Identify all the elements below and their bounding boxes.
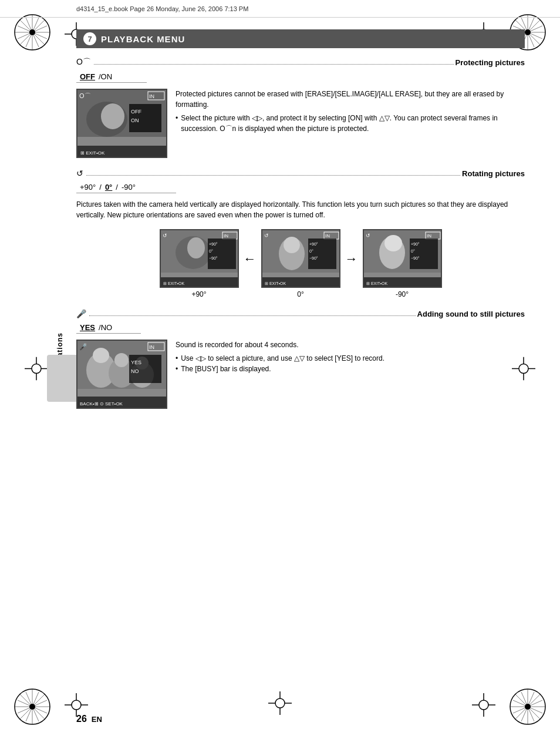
corner-decoration-bl — [12, 686, 53, 727]
rotation-item-minus90: IN ↺ +90° 0° −90° ⊞ EXIT•OK -90° — [363, 229, 442, 298]
sound-header: 🎤 Adding sound to still pictures — [76, 309, 525, 318]
arrow-right: → — [345, 251, 358, 267]
sound-content-row: IN 🎤 YES NO BACK•⊞ ⊙ SET•OK Sound is rec… — [76, 340, 525, 409]
svg-point-60 — [32, 364, 41, 374]
sound-icon: 🎤 — [76, 309, 86, 318]
rotate-icon: ↺ — [76, 169, 83, 178]
rotation-row: IN ↺ +90° 0° −90° ⊞ EXIT•OK +90° ← — [76, 229, 525, 298]
header-text: d4314_15_e.book Page 26 Monday, June 26,… — [76, 5, 248, 12]
sound-text: Sound is recorded for about 4 seconds. •… — [176, 340, 525, 374]
svg-point-129 — [93, 348, 109, 363]
svg-text:🎤: 🎤 — [79, 342, 87, 351]
rotating-section: ↺ Rotating pictures +90° / 0° / -90° Pic… — [76, 169, 525, 298]
svg-text:↺: ↺ — [366, 233, 370, 239]
sound-bullet3: • The [BUSY] bar is displayed. — [176, 364, 525, 374]
sound-options: YES /NO — [76, 322, 141, 334]
option-plus90: +90° — [76, 182, 99, 193]
sound-section: 🎤 Adding sound to still pictures YES /NO — [76, 309, 525, 409]
rotate-screen-0deg: IN ↺ +90° 0° −90° ⊞ EXIT•OK — [261, 229, 340, 288]
option-0deg: 0° — [102, 182, 116, 193]
main-content: 7 PLAYBACK MENU O⌒ Protecting pictures O… — [76, 18, 525, 704]
svg-text:0°: 0° — [309, 249, 313, 253]
svg-text:ON: ON — [131, 117, 139, 123]
protect-icon: O⌒ — [76, 57, 91, 68]
page-suffix: EN — [92, 715, 102, 724]
rotating-header: ↺ Rotating pictures — [76, 169, 525, 178]
svg-text:YES: YES — [131, 360, 141, 365]
arrow-left: ← — [244, 251, 257, 267]
svg-text:+90°: +90° — [309, 242, 318, 246]
left-tab-indicator — [47, 355, 76, 402]
svg-text:IN: IN — [427, 233, 431, 239]
rotation-item-0deg: IN ↺ +90° 0° −90° ⊞ EXIT•OK 0° — [261, 229, 340, 298]
svg-text:O⌒: O⌒ — [79, 92, 91, 99]
option-sep1: /ON — [99, 71, 112, 82]
svg-text:+90°: +90° — [411, 242, 420, 246]
page-number: 26 — [76, 714, 87, 724]
protecting-desc: Protected pictures cannot be erased with… — [176, 89, 525, 110]
svg-point-93 — [187, 237, 205, 258]
rotate-label-minus90: -90° — [396, 290, 409, 298]
option-minus90: -90° — [118, 182, 139, 193]
svg-point-9 — [29, 29, 35, 35]
svg-text:NO: NO — [131, 368, 139, 374]
svg-text:⊞ EXIT•OK: ⊞ EXIT•OK — [163, 281, 184, 285]
rotating-options: +90° / 0° / -90° — [76, 182, 176, 193]
svg-point-29 — [29, 704, 35, 710]
svg-text:−90°: −90° — [411, 256, 420, 260]
rotate-screen-minus90: IN ↺ +90° 0° −90° ⊞ EXIT•OK — [363, 229, 442, 288]
protecting-section: O⌒ Protecting pictures OFF /ON IN — [76, 57, 525, 158]
protecting-options: OFF /ON — [76, 71, 147, 83]
section-title-bar: 7 PLAYBACK MENU — [76, 29, 525, 48]
svg-point-78 — [101, 103, 124, 129]
svg-point-131 — [114, 353, 129, 367]
svg-text:OFF: OFF — [131, 109, 141, 115]
protecting-title: Protecting pictures — [456, 58, 525, 67]
rotate-label-plus90: +90° — [191, 290, 206, 298]
sound-screen: IN 🎤 YES NO BACK•⊞ ⊙ SET•OK — [76, 340, 167, 409]
rotate-label-0deg: 0° — [297, 290, 303, 298]
svg-point-106 — [284, 237, 300, 253]
svg-point-19 — [525, 29, 531, 35]
svg-point-119 — [384, 235, 402, 251]
rotate-screen-plus90: IN ↺ +90° 0° −90° ⊞ EXIT•OK — [160, 229, 239, 288]
section-title-text: PLAYBACK MENU — [101, 34, 185, 44]
protecting-header: O⌒ Protecting pictures — [76, 57, 525, 68]
svg-text:⊞ EXIT•OK: ⊞ EXIT•OK — [265, 281, 286, 285]
svg-text:−90°: −90° — [309, 256, 318, 260]
svg-text:IN: IN — [325, 233, 330, 239]
svg-text:↺: ↺ — [264, 233, 269, 239]
svg-point-39 — [525, 704, 531, 710]
rotating-title: Rotating pictures — [462, 169, 525, 178]
svg-text:⊞  EXIT•OK: ⊞ EXIT•OK — [80, 150, 105, 156]
rotation-item-plus90: IN ↺ +90° 0° −90° ⊞ EXIT•OK +90° — [160, 229, 239, 298]
svg-text:−90°: −90° — [209, 256, 218, 260]
svg-text:0°: 0° — [209, 249, 213, 253]
rotating-desc: Pictures taken with the camera held vert… — [76, 199, 525, 220]
option-yes: YES — [76, 322, 99, 333]
option-off: OFF — [76, 71, 99, 82]
svg-text:⊞ EXIT•OK: ⊞ EXIT•OK — [366, 281, 387, 285]
page-number-area: 26 EN — [76, 714, 102, 724]
svg-text:+90°: +90° — [209, 242, 218, 246]
section-number: 7 — [83, 32, 96, 45]
svg-text:IN: IN — [224, 233, 228, 239]
protecting-screen: IN O⌒ OFF ON ⊞ EXIT•OK — [76, 89, 167, 158]
option-sep-no: /NO — [99, 322, 112, 333]
svg-text:IN: IN — [149, 344, 154, 350]
svg-text:IN: IN — [149, 93, 154, 99]
svg-text:BACK•⊞  ⊙  SET•OK: BACK•⊞ ⊙ SET•OK — [80, 401, 123, 407]
svg-text:0°: 0° — [411, 249, 415, 253]
protecting-bullet1: Select the picture with ◁▷, and protect … — [176, 113, 525, 134]
protecting-text: Protected pictures cannot be erased with… — [176, 89, 525, 134]
svg-text:↺: ↺ — [163, 233, 167, 239]
crosshair-left-center — [25, 357, 48, 382]
sound-bullet1: Sound is recorded for about 4 seconds. — [176, 340, 525, 350]
sound-title: Adding sound to still pictures — [417, 310, 525, 318]
sound-bullet2: • Use ◁▷ to select a picture, and use △▽… — [176, 353, 525, 364]
protecting-content-row: IN O⌒ OFF ON ⊞ EXIT•OK Protected picture… — [76, 89, 525, 158]
corner-decoration-tl — [12, 12, 53, 53]
header-bar: d4314_15_e.book Page 26 Monday, June 26,… — [0, 0, 560, 18]
